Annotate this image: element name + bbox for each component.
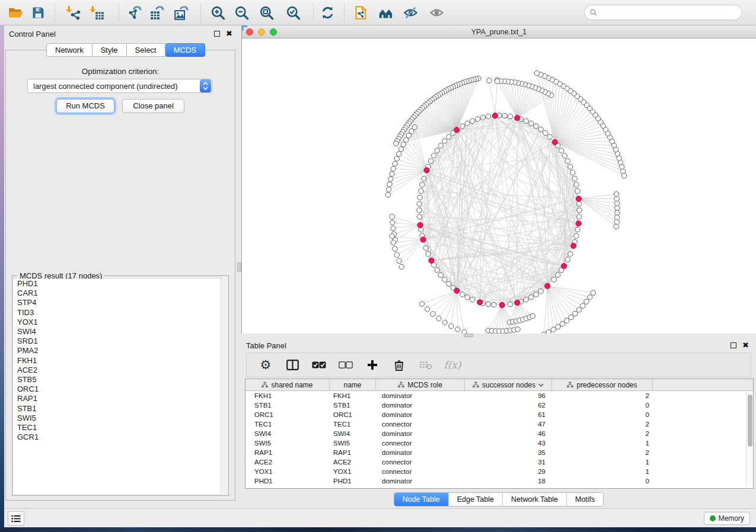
table-scrollbar[interactable] <box>746 392 752 487</box>
network-node[interactable] <box>404 137 409 142</box>
mcds-result-item[interactable]: ACE2 <box>14 366 227 375</box>
network-node[interactable] <box>390 220 395 225</box>
network-node[interactable] <box>615 201 620 206</box>
network-node[interactable] <box>460 292 465 297</box>
network-node[interactable] <box>385 193 390 197</box>
network-node[interactable] <box>417 201 422 206</box>
network-node[interactable] <box>386 187 391 192</box>
export-network-icon[interactable] <box>125 2 146 23</box>
network-node[interactable] <box>614 219 619 224</box>
float-panel-icon[interactable] <box>214 31 220 37</box>
import-network-icon[interactable] <box>62 2 84 23</box>
network-node[interactable] <box>524 118 528 123</box>
tab-edge-table[interactable]: Edge Table <box>448 493 502 506</box>
network-node[interactable] <box>417 214 422 219</box>
mcds-result-item[interactable]: CAR1 <box>14 289 227 298</box>
network-node[interactable] <box>534 124 538 129</box>
mcds-hub-node[interactable] <box>552 139 557 145</box>
network-node[interactable] <box>430 312 435 316</box>
network-node[interactable] <box>559 148 564 153</box>
network-node[interactable] <box>524 297 528 302</box>
network-node[interactable] <box>432 153 436 158</box>
network-node[interactable] <box>614 196 619 201</box>
network-node[interactable] <box>584 299 589 304</box>
tab-network[interactable]: Network <box>46 43 92 57</box>
network-node[interactable] <box>486 114 490 118</box>
network-node[interactable] <box>580 303 585 308</box>
network-node[interactable] <box>508 114 512 118</box>
network-node[interactable] <box>572 176 577 181</box>
network-node[interactable] <box>576 201 581 206</box>
mcds-result-item[interactable]: RAP1 <box>14 394 227 403</box>
mcds-list-scrollbar[interactable] <box>221 276 228 495</box>
network-node[interactable] <box>551 277 556 282</box>
network-node[interactable] <box>390 233 394 238</box>
network-node[interactable] <box>534 292 538 297</box>
mcds-hub-node[interactable] <box>576 221 581 226</box>
network-node[interactable] <box>621 173 626 178</box>
mcds-result-item[interactable]: TEC1 <box>14 423 227 432</box>
network-node[interactable] <box>574 233 579 238</box>
mcds-hub-node[interactable] <box>477 300 483 305</box>
network-node[interactable] <box>569 315 573 319</box>
close-panel-button[interactable]: Close panel <box>122 99 184 113</box>
mcds-hub-node[interactable] <box>499 302 505 307</box>
mcds-hub-node[interactable] <box>571 243 576 248</box>
network-node[interactable] <box>462 329 467 334</box>
network-node[interactable] <box>475 117 480 121</box>
network-node[interactable] <box>446 281 451 286</box>
network-node[interactable] <box>455 327 460 332</box>
mcds-result-list[interactable]: PHD1CAR1STP4TID3YOX1SWI4SRD1PMA2FKH1ACE2… <box>14 279 227 494</box>
network-node[interactable] <box>465 121 470 126</box>
network-node[interactable] <box>417 195 422 200</box>
mcds-result-item[interactable]: SRD1 <box>14 336 227 346</box>
tab-node-table[interactable]: Node Table <box>394 493 448 506</box>
network-node[interactable] <box>560 321 564 326</box>
network-node[interactable] <box>460 124 465 129</box>
network-node[interactable] <box>564 318 569 323</box>
vertical-splitter[interactable] <box>237 25 241 508</box>
network-node[interactable] <box>406 133 411 138</box>
table-row[interactable]: ACE2ACE2connector311 <box>245 457 753 467</box>
vertical-splitter-handle[interactable] <box>237 262 241 272</box>
close-table-panel-icon[interactable]: ✖ <box>742 342 749 348</box>
open-file-icon[interactable] <box>5 2 26 23</box>
network-node[interactable] <box>420 302 425 306</box>
network-node[interactable] <box>508 302 512 306</box>
network-node[interactable] <box>480 115 485 120</box>
table-row[interactable]: SWI5SWI5connector431 <box>245 438 753 448</box>
export-image-icon[interactable] <box>171 2 192 23</box>
network-node[interactable] <box>470 297 475 302</box>
network-node[interactable] <box>575 227 580 232</box>
table-scrollbar-thumb[interactable] <box>748 395 752 447</box>
hide-graphics-details-icon[interactable] <box>400 2 421 23</box>
network-titlebar[interactable]: YPA_prune.txt_1 <box>242 25 756 39</box>
network-node[interactable] <box>388 177 393 181</box>
network-node[interactable] <box>562 153 567 158</box>
mcds-hub-node[interactable] <box>515 116 520 121</box>
deselect-all-rows-icon[interactable] <box>339 357 353 373</box>
mcds-result-item[interactable]: STB5 <box>14 375 227 384</box>
mcds-hub-node[interactable] <box>562 263 567 268</box>
function-builder-icon[interactable]: f(x) <box>445 357 460 373</box>
zoom-selected-icon[interactable] <box>282 2 304 23</box>
network-node[interactable] <box>529 121 534 126</box>
network-node[interactable] <box>492 302 496 307</box>
network-node[interactable] <box>435 148 439 153</box>
tab-network-table[interactable]: Network Table <box>502 493 566 506</box>
table-row[interactable]: SWI4SWI4dominator462 <box>245 429 753 438</box>
mcds-result-item[interactable]: PHD1 <box>14 279 227 289</box>
network-node[interactable] <box>573 311 578 316</box>
tab-select[interactable]: Select <box>127 43 165 57</box>
network-node[interactable] <box>614 224 618 229</box>
network-node[interactable] <box>387 182 392 187</box>
mcds-hub-node[interactable] <box>576 196 581 201</box>
network-node[interactable] <box>538 127 543 132</box>
network-node[interactable] <box>495 79 499 84</box>
network-node[interactable] <box>515 327 520 332</box>
network-node[interactable] <box>423 246 428 251</box>
mcds-hub-node[interactable] <box>417 222 423 227</box>
mcds-hub-node[interactable] <box>454 288 460 293</box>
network-node[interactable] <box>615 210 620 215</box>
import-table-icon[interactable] <box>86 2 107 23</box>
